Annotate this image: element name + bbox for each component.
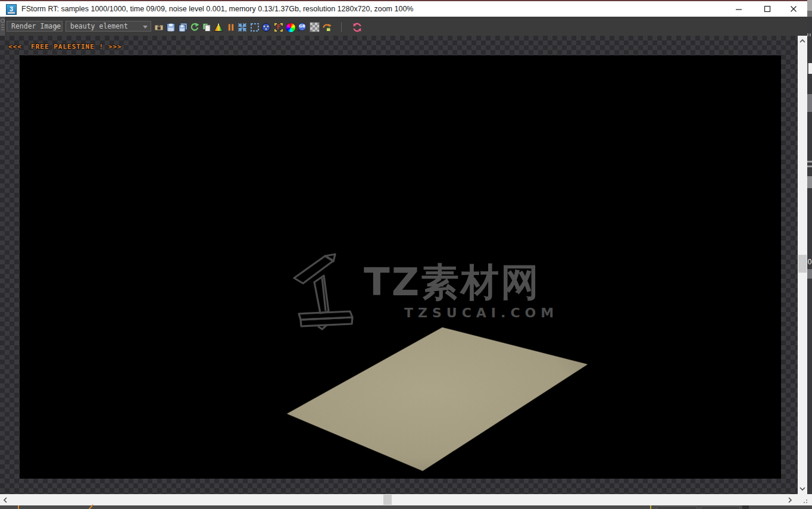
lock-image-icon[interactable] [154,22,164,33]
alpha-channel-icon[interactable] [310,22,320,33]
fragment-block [807,0,812,11]
vertical-scrollbar[interactable] [798,36,807,494]
watermark-logo-icon [291,252,365,332]
fragment-block [807,11,812,17]
maximize-button[interactable] [757,1,777,17]
toolbar: Render Image beauty element [0,17,807,36]
fragment-block [807,269,812,279]
fragment-partial-text: 0 [807,257,812,267]
scroll-down-button[interactable] [798,485,807,493]
fragment-mark [807,161,812,163]
render-type-dropdown[interactable]: Render Image [7,21,63,32]
scroll-left-button[interactable] [1,494,10,505]
denoiser-icon[interactable] [261,22,271,33]
fragment-block [807,63,812,74]
watermark-title: TZ素材网 [364,257,541,308]
refresh-render-icon[interactable] [352,22,363,33]
chevron-right-icon [786,496,794,504]
background-app-bottom-sliver [0,505,812,509]
lock-refresh-icon[interactable] [321,22,332,33]
flyout-grip-icon [0,17,5,37]
title-bar[interactable]: 3 FStorm RT: samples 1000/1000, time 09/… [0,1,807,17]
fit-to-window-icon[interactable] [237,22,248,33]
minimize-button[interactable] [729,1,749,17]
fstorm-letter: F [273,22,284,33]
color-mapping-icon[interactable] [213,22,224,33]
fragment-button [701,506,740,509]
dropdown-arrow-icon [143,26,148,29]
fragment-diagonal [88,504,93,509]
save-image-icon[interactable] [165,22,176,33]
copy-image-icon[interactable] [201,22,212,33]
close-button[interactable] [783,1,804,17]
minimize-icon [735,5,742,13]
pixel-inspector-icon[interactable]: GB [297,22,308,33]
fragment-notch [742,505,749,509]
render-element-dropdown[interactable]: beauty element [65,21,151,32]
render-region-icon[interactable] [249,22,260,33]
watermark-subtitle: TZSUCAI.COM [404,305,558,320]
fragment-block [807,494,812,505]
fragment-block [807,94,812,112]
fstorm-frame-icon[interactable]: F [273,22,284,33]
pixel-inspector-letters: GB [298,24,307,29]
fstorm-render-window: 3 FStorm RT: samples 1000/1000, time 09/… [0,0,812,509]
load-image-icon[interactable] [189,22,200,33]
save-all-images-icon[interactable] [177,22,188,33]
dropdown-arrow-icon [54,26,59,29]
horizontal-scrollbar[interactable] [0,494,798,505]
pause-render-icon[interactable] [226,22,236,33]
fragment-dots [807,33,812,36]
chevron-up-icon [799,38,806,45]
canvas-overlay-text: <<< FREE PALESTINE ! >>> [8,43,122,51]
app-icon: 3 [6,4,17,15]
render-type-dropdown-value: Render Image [11,22,61,30]
fragment-button [657,506,697,509]
render-element-dropdown-value: beauty element [70,22,128,30]
render-canvas-area[interactable]: <<< FREE PALESTINE ! >>> [0,36,798,494]
scroll-up-button[interactable] [798,37,807,45]
scroll-right-button[interactable] [786,494,794,505]
color-wheel-icon[interactable] [285,22,296,33]
fragment-block [807,176,812,188]
fragment-tick [650,505,651,509]
fragment-mark [807,165,812,167]
window-title: FStorm RT: samples 1000/1000, time 09/09… [21,1,413,17]
horizontal-scroll-thumb[interactable] [383,495,392,505]
chevron-left-icon [2,496,9,504]
maximize-icon [764,5,771,13]
vertical-scroll-thumb[interactable] [798,255,807,273]
background-app-sliver: 0 [807,0,812,509]
toolbar-separator [341,22,342,32]
fragment-tick [18,505,19,509]
chevron-down-icon [799,485,806,492]
close-icon [790,5,797,13]
rendered-image[interactable]: TZ素材网 TZSUCAI.COM [20,55,781,479]
